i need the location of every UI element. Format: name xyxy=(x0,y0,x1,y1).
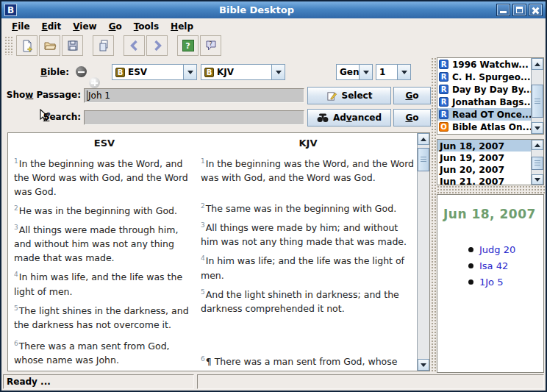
select-passage-button[interactable]: Select xyxy=(307,87,391,104)
forward-button[interactable] xyxy=(146,35,168,56)
title-bar[interactable]: B Bible Desktop xyxy=(1,1,546,18)
dropdown-arrow-icon[interactable] xyxy=(183,65,196,79)
svg-text:?: ? xyxy=(209,41,212,48)
date-list-item[interactable]: Jun 19, 2007 xyxy=(437,152,543,163)
app-window: B Bible Desktop File Edit View Go Tools … xyxy=(0,0,547,392)
new-document-icon xyxy=(21,39,34,52)
scroll-up-arrow[interactable] xyxy=(418,133,429,145)
save-icon xyxy=(66,39,79,52)
minimize-button[interactable] xyxy=(496,4,510,16)
maximize-button[interactable] xyxy=(512,4,526,16)
close-button[interactable] xyxy=(529,4,543,16)
scroll-down-arrow[interactable] xyxy=(418,359,429,371)
passage-link[interactable]: Isa 42 xyxy=(479,260,508,271)
passage-go-button[interactable]: Go xyxy=(393,87,431,104)
kjv-column: KJV 1In the beginning was the Word, and … xyxy=(195,133,415,371)
kjv-verse-5: 5And the light shineth in darkness; and … xyxy=(201,285,415,316)
horizontal-splitter[interactable] xyxy=(437,185,546,194)
esv-column: ESV 1In the beginning was the Word, and … xyxy=(8,133,195,371)
menu-go[interactable]: Go xyxy=(103,20,128,33)
status-bar: Ready ... xyxy=(1,373,546,391)
chapter-select[interactable]: 1 xyxy=(376,64,411,80)
scroll-down-arrow[interactable] xyxy=(532,122,543,134)
open-folder-icon xyxy=(43,39,57,52)
esv-verse-4: 4In him was life, and the life was the l… xyxy=(14,268,195,298)
book-list-scrollbar[interactable] xyxy=(531,58,543,134)
new-document-button[interactable] xyxy=(16,35,37,56)
menu-tools[interactable]: Tools xyxy=(128,20,165,33)
date-list-item-selected[interactable]: Jun 18, 2007 xyxy=(437,140,543,152)
about-button[interactable]: ? xyxy=(200,35,221,56)
date-list-item[interactable]: Jun 20, 2007 xyxy=(437,163,543,175)
scrollbar-track[interactable] xyxy=(418,145,429,359)
scrollbar-track[interactable] xyxy=(532,70,543,122)
bible-book-icon: B xyxy=(204,68,214,77)
book-list-item[interactable]: R1996 Watchw... xyxy=(437,58,543,71)
back-chevron-icon xyxy=(128,39,141,52)
toolbar-drag-handle[interactable] xyxy=(4,36,12,55)
dropdown-arrow-icon[interactable] xyxy=(359,65,372,79)
book-list-item-selected[interactable]: RRead OT Once... xyxy=(437,108,543,121)
sidebar: R1996 Watchw... RC. H. Spurgeo... RDay B… xyxy=(437,57,546,373)
menu-help[interactable]: Help xyxy=(165,20,199,33)
speech-bubble-icon: ? xyxy=(204,39,218,52)
copy-button[interactable] xyxy=(93,35,114,56)
kjv-column-header: KJV xyxy=(201,138,415,149)
kjv-verse-3: 3All things were made by him; and withou… xyxy=(201,218,415,249)
advanced-search-button[interactable]: Advanced xyxy=(307,109,391,126)
search-go-button[interactable]: Go xyxy=(393,109,431,126)
show-passage-label: Show Passage: xyxy=(1,90,81,100)
book-list-item[interactable]: RDay By Day By... xyxy=(437,83,543,96)
date-list-scrollbar[interactable] xyxy=(531,140,543,185)
kjv-verse-2: 2The same was in the beginning with God. xyxy=(201,199,415,215)
menu-edit[interactable]: Edit xyxy=(36,20,68,33)
chapter-select-value: 1 xyxy=(379,67,385,77)
scrollbar-thumb[interactable] xyxy=(532,157,543,170)
daily-reading-panel: Jun 18, 2007 Judg 20 Isa 42 1Jo 5 xyxy=(437,194,544,373)
scrollbar-thumb[interactable] xyxy=(532,85,543,118)
book-list-item[interactable]: RJonathan Bags... xyxy=(437,96,543,108)
bible-version-select-1[interactable]: BESV xyxy=(112,64,197,80)
scroll-down-arrow[interactable] xyxy=(532,174,543,185)
book-select-value: Gen xyxy=(340,67,359,77)
bible-text-scrollbar[interactable] xyxy=(417,133,429,371)
remove-bible-button[interactable] xyxy=(76,66,87,77)
copy-icon xyxy=(97,39,110,52)
book-list-item[interactable]: OBible Atlas On... xyxy=(437,121,543,133)
save-button[interactable] xyxy=(62,35,83,56)
window-title: Bible Desktop xyxy=(20,4,493,15)
open-button[interactable] xyxy=(39,35,60,56)
passage-link[interactable]: Judg 20 xyxy=(479,244,515,255)
esv-verse-2: 2He was in the beginning with God. xyxy=(14,202,195,218)
reading-link-row: 1Jo 5 xyxy=(468,276,537,288)
esv-verse-5: 5The light shines in the darkness, and t… xyxy=(14,302,195,332)
scroll-up-arrow[interactable] xyxy=(532,58,543,70)
esv-verse-6: 6There was a man sent from God, whose na… xyxy=(14,337,195,367)
book-list-item[interactable]: RC. H. Spurgeo... xyxy=(437,71,543,83)
reading-link-row: Isa 42 xyxy=(468,260,537,272)
scroll-up-arrow[interactable] xyxy=(532,140,543,150)
menu-file[interactable]: File xyxy=(6,20,36,33)
bible-label: Bible: xyxy=(1,67,69,77)
back-button[interactable] xyxy=(124,35,145,56)
book-list: R1996 Watchw... RC. H. Spurgeo... RDay B… xyxy=(437,57,544,135)
passage-link[interactable]: 1Jo 5 xyxy=(479,277,503,288)
bible-book-icon: B xyxy=(115,68,125,77)
reading-plan-icon: R xyxy=(439,97,448,107)
binoculars-icon xyxy=(317,113,329,123)
date-list-item[interactable]: Jun 21, 2007 xyxy=(437,175,543,185)
dropdown-arrow-icon[interactable] xyxy=(397,65,410,79)
app-icon: B xyxy=(4,4,17,16)
scrollbar-track[interactable] xyxy=(532,150,543,174)
menu-view[interactable]: View xyxy=(67,20,102,33)
bible-version-select-2[interactable]: BKJV xyxy=(201,64,285,80)
scrollbar-thumb[interactable] xyxy=(418,148,429,171)
help-contents-button[interactable]: ? xyxy=(177,35,199,56)
vertical-splitter[interactable] xyxy=(431,57,437,373)
search-input[interactable] xyxy=(84,110,304,125)
book-select[interactable]: Gen xyxy=(336,64,373,80)
dropdown-arrow-icon[interactable] xyxy=(271,65,285,79)
add-bible-button[interactable] xyxy=(89,77,100,88)
passage-input[interactable]: Joh 1 xyxy=(84,88,304,103)
reading-plan-icon: R xyxy=(439,85,448,94)
